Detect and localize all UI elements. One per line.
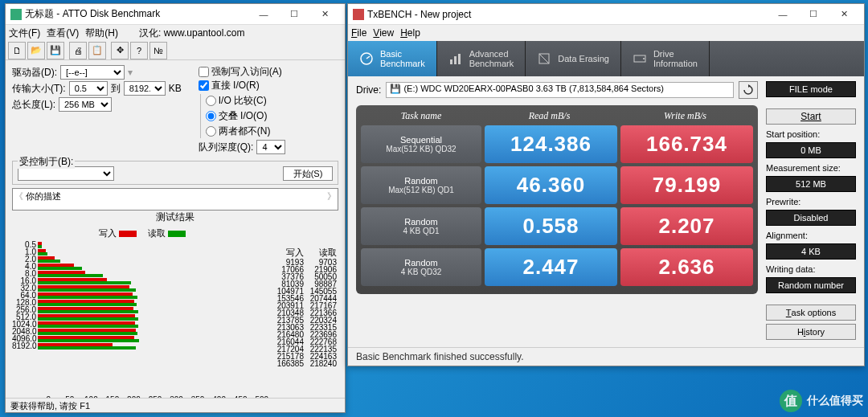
io-overlap-radio[interactable]: 交叠 I/O(O) — [206, 109, 268, 123]
io-neither-radio[interactable]: 两者都不(N) — [206, 125, 271, 138]
controlled-legend: 受控制于(B): — [18, 155, 75, 169]
meassize-label: Measurement size: — [766, 163, 856, 173]
chart-row: 8192.0 — [38, 342, 272, 350]
meassize-value[interactable]: 512 MB — [766, 176, 856, 192]
svg-rect-0 — [10, 9, 22, 20]
queue-select[interactable]: 4 — [256, 140, 285, 154]
close-button[interactable]: ✕ — [829, 6, 859, 23]
chevron-right-icon: 》 — [327, 190, 336, 202]
transfer-label: 传输大小(T): — [12, 82, 66, 96]
print-icon[interactable]: 🖨 — [69, 42, 87, 59]
txb-results-table: Task name Read mB/s Write mB/s Sequentia… — [356, 105, 758, 294]
close-button[interactable]: ✕ — [309, 6, 340, 23]
task-name: Random4 KB QD32 — [361, 248, 481, 286]
start-button[interactable]: Start — [766, 108, 856, 125]
open-icon[interactable]: 📂 — [27, 42, 45, 59]
chart-row: 8.0 — [38, 270, 272, 277]
transfer-unit: KB — [169, 83, 182, 94]
move-icon[interactable]: ✥ — [111, 42, 129, 59]
prewrite-label: Prewrite: — [766, 197, 856, 206]
atto-data-table: 写入 读取 9193970317066219063737650050810399… — [272, 227, 338, 398]
menu-help[interactable]: 帮助(H) — [85, 27, 118, 40]
chevron-left-icon: 《 — [14, 191, 23, 201]
start-button[interactable]: 开始(S) — [283, 166, 333, 181]
read-header: 读取 — [305, 247, 338, 259]
wdata-value[interactable]: Random number — [766, 277, 856, 293]
chart-row: 256.0 — [38, 306, 272, 313]
drive-icon — [633, 51, 647, 66]
menu-help[interactable]: Help — [400, 27, 420, 39]
txb-menubar: File View Help — [348, 25, 864, 41]
prewrite-value[interactable]: Disabled — [766, 210, 856, 226]
menu-file[interactable]: 文件(F) — [9, 27, 40, 40]
menu-view[interactable]: View — [373, 27, 394, 39]
write-header: 写入 — [272, 247, 305, 259]
data-row: 166385218240 — [272, 360, 338, 367]
legend-read: 读取 — [148, 228, 166, 238]
direct-checkbox[interactable]: 直接 I/O(R) — [199, 79, 260, 92]
description-box[interactable]: 《 你的描述 》 — [12, 188, 338, 211]
chart-row: 128.0 — [38, 299, 272, 306]
filemode-button[interactable]: FILE mode — [766, 81, 856, 97]
new-icon[interactable]: 🗋 — [8, 42, 26, 59]
minimize-button[interactable]: — — [768, 6, 798, 23]
app-icon — [10, 9, 22, 20]
svg-point-10 — [643, 58, 645, 59]
atto-body: 驱动器(D): [--e--] ▾ 传输大小(T): 0.5 到 8192.0 … — [6, 60, 345, 398]
atto-window: 无标题 - ATTO Disk Benchmark — ☐ ✕ 文件(F) 查看… — [5, 3, 346, 413]
startpos-value[interactable]: 0 MB — [766, 142, 856, 158]
svg-rect-5 — [454, 56, 457, 64]
chart-row: 2.0 — [38, 256, 272, 263]
history-button[interactable]: History — [766, 324, 856, 340]
align-label: Alignment: — [766, 231, 856, 240]
drive-select[interactable]: [--e--] — [60, 65, 125, 80]
about-icon[interactable]: № — [149, 42, 167, 59]
tab-data-erasing[interactable]: Data Erasing — [526, 41, 621, 76]
refresh-button[interactable] — [739, 81, 758, 99]
read-value: 2.447 — [485, 248, 617, 286]
transfer-from-select[interactable]: 0.5 — [69, 81, 108, 96]
drive-dropdown-icon[interactable]: ▾ — [128, 67, 133, 78]
svg-line-3 — [366, 56, 370, 59]
chart-row: 2048.0 — [38, 328, 272, 335]
disk-icon: 💾 — [390, 84, 401, 93]
menu-view[interactable]: 查看(V) — [47, 27, 79, 40]
legend-write: 写入 — [99, 228, 117, 238]
read-value: 0.558 — [485, 207, 617, 245]
copy-icon[interactable]: 📋 — [88, 42, 106, 59]
svg-line-8 — [539, 54, 549, 63]
length-select[interactable]: 256 MB — [59, 97, 112, 112]
menu-file[interactable]: File — [351, 27, 366, 39]
benchmark-row: RandomMax(512 KB) QD1 46.360 79.199 — [361, 166, 753, 204]
maximize-button[interactable]: ☐ — [798, 6, 829, 23]
tab-advanced-benchmark[interactable]: Advanced Benchmark — [437, 41, 526, 76]
queue-label: 队列深度(Q): — [199, 141, 254, 154]
task-name: Random4 KB QD1 — [361, 207, 481, 245]
txb-body: Drive: 💾 (E:) WDC WD20EARX-00PASB0 3.63 … — [348, 76, 864, 347]
task-options-button[interactable]: Task options — [766, 305, 856, 321]
minimize-button[interactable]: — — [248, 6, 279, 23]
tab-basic-benchmark[interactable]: Basic Benchmark — [348, 41, 437, 76]
tab-drive-info[interactable]: Drive Information — [621, 41, 710, 76]
atto-statusbar: 要获得帮助, 请按 F1 — [6, 398, 345, 412]
write-value: 2.636 — [620, 248, 753, 286]
watermark: 值 什么值得买 — [780, 390, 863, 412]
chart-row: 512.0 — [38, 313, 272, 321]
chart-row: 64.0 — [38, 292, 272, 299]
th-task: Task name — [361, 110, 481, 122]
window-title: 无标题 - ATTO Disk Benchmark — [25, 7, 248, 21]
io-compare-radio[interactable]: I/O 比较(C) — [206, 94, 267, 108]
save-icon[interactable]: 💾 — [47, 42, 64, 59]
atto-titlebar[interactable]: 无标题 - ATTO Disk Benchmark — ☐ ✕ — [6, 4, 345, 25]
read-value: 46.360 — [485, 166, 617, 204]
maximize-button[interactable]: ☐ — [279, 6, 309, 23]
chart-row: 4096.0 — [38, 335, 272, 342]
txb-titlebar[interactable]: TxBENCH - New project — ☐ ✕ — [348, 4, 864, 25]
drive-label: 驱动器(D): — [12, 66, 57, 80]
drive-select[interactable]: 💾 (E:) WDC WD20EARX-00PASB0 3.63 TB (7,8… — [386, 82, 734, 98]
startpos-label: Start position: — [766, 129, 856, 139]
help-icon[interactable]: ? — [130, 42, 148, 59]
force-checkbox[interactable]: 强制写入访问(A) — [199, 65, 282, 79]
transfer-to-select[interactable]: 8192.0 — [124, 81, 166, 96]
align-value[interactable]: 4 KB — [766, 243, 856, 260]
